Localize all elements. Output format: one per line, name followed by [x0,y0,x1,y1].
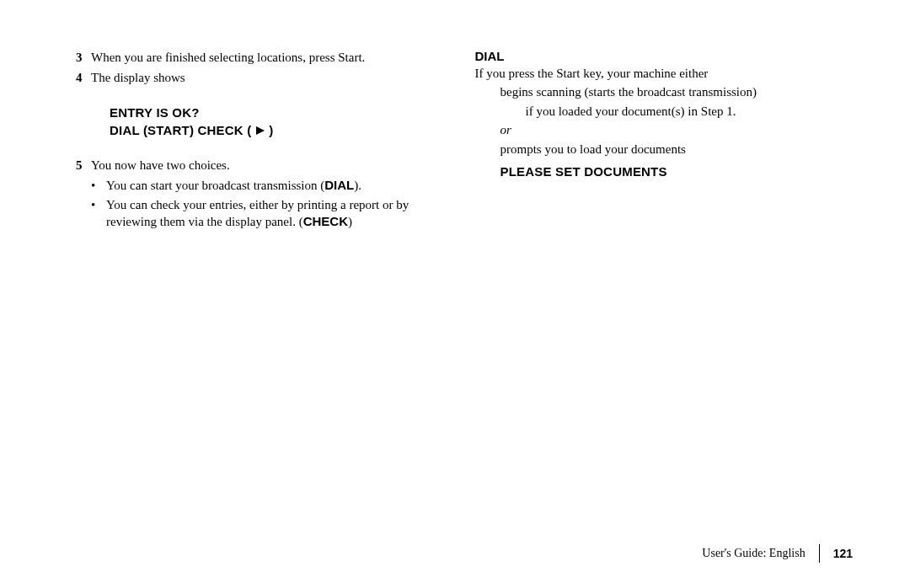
step-5: 5 You now have two choices. [76,157,448,174]
footer-guide-label: User's Guide: English [702,547,805,560]
display-line-1: ENTRY IS OK? [110,104,448,122]
step-number: 3 [76,49,91,66]
dial-heading: DIAL [475,49,848,63]
svg-marker-0 [256,126,265,135]
step-text: The display shows [91,69,448,86]
step-4: 4 The display shows [76,69,448,86]
left-column: 3 When you are finished selecting locati… [76,49,448,230]
footer-divider [819,544,820,563]
prompts-load: prompts you to load your documents [500,141,848,158]
lcd-display: ENTRY IS OK? DIAL (START) CHECK ( ) [110,104,448,141]
bullet-text: You can check your entries, either by pr… [106,196,448,231]
step-text: You now have two choices. [91,157,448,174]
bullet-text: You can start your broadcast transmissio… [106,177,361,194]
dial-intro: If you press the Start key, your machine… [475,65,848,82]
step-number: 5 [76,157,91,174]
page-footer: User's Guide: English 121 [702,544,853,563]
bullet-dot-icon: • [91,196,106,231]
bullet-dot-icon: • [91,177,106,194]
step-3: 3 When you are finished selecting locati… [76,49,448,66]
page-number: 121 [833,547,853,560]
triangle-right-icon [255,121,265,140]
right-column: DIAL If you press the Start key, your ma… [475,49,848,230]
lcd-display-setdocs: PLEASE SET DOCUMENTS [500,164,848,179]
display-line-2: DIAL (START) CHECK ( ) [110,121,448,140]
step-number: 4 [76,69,91,86]
begins-scanning: begins scanning (starts the broadcast tr… [500,83,848,100]
bullet-check: • You can check your entries, either by … [91,196,448,231]
or-text: or [500,123,848,137]
if-loaded: if you loaded your document(s) in Step 1… [526,103,848,120]
bullet-dial: • You can start your broadcast transmiss… [91,177,448,194]
step-text: When you are finished selecting location… [91,49,448,66]
